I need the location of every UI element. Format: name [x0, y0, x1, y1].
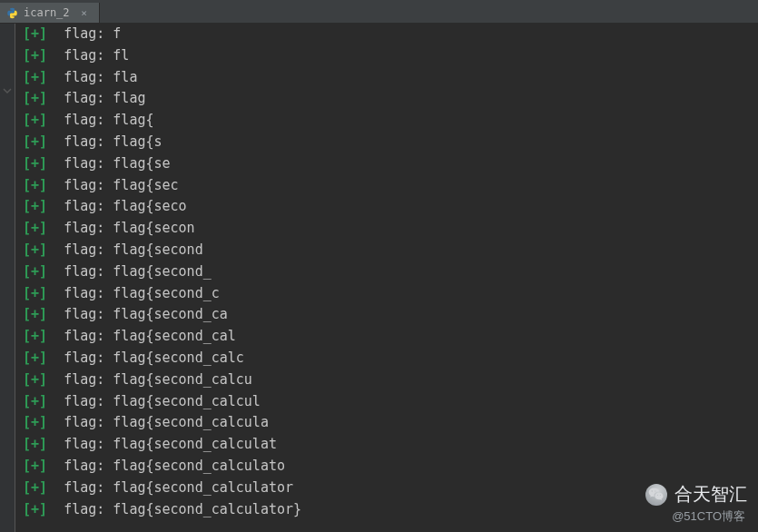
- output-line: [+] flag: flag{second_: [15, 261, 758, 283]
- line-prefix: [+]: [23, 198, 55, 214]
- line-value: flag{second_: [113, 263, 211, 280]
- python-file-icon: [5, 6, 18, 19]
- line-prefix: [+]: [23, 47, 55, 64]
- output-line: [+] flag: flag{second_calcula: [15, 412, 758, 434]
- output-line: [+] flag: flag{sec: [15, 175, 758, 197]
- line-value: flag{se: [113, 155, 170, 172]
- output-line: [+] flag: flag{second_calculat: [15, 434, 758, 456]
- line-value: flag{sec: [113, 177, 178, 193]
- console-output: [+] flag: f[+] flag: fl[+] flag: fla[+] …: [15, 24, 758, 532]
- output-line: [+] flag: flag{second_calc: [15, 348, 758, 369]
- editor-main: [+] flag: f[+] flag: fl[+] flag: fla[+] …: [0, 24, 758, 532]
- line-value: flag{: [113, 112, 153, 128]
- output-line: [+] flag: flag{second_c: [15, 283, 758, 305]
- output-line: [+] flag: flag{second_calculator}: [15, 499, 758, 521]
- line-value: flag{second_calc: [113, 350, 244, 366]
- line-prefix: [+]: [23, 112, 55, 128]
- output-line: [+] flag: fl: [15, 45, 758, 67]
- line-prefix: [+]: [23, 90, 55, 106]
- line-value: flag{s: [113, 133, 162, 150]
- line-value: flag{second_ca: [113, 306, 227, 322]
- line-prefix: [+]: [23, 458, 55, 474]
- line-label: flag:: [55, 47, 113, 64]
- line-prefix: [+]: [23, 133, 55, 150]
- line-label: flag:: [55, 220, 113, 236]
- line-prefix: [+]: [23, 436, 55, 452]
- line-value: flag{second_calculat: [113, 436, 277, 452]
- line-value: flag: [113, 90, 145, 106]
- line-label: flag:: [55, 458, 113, 474]
- line-label: flag:: [55, 306, 113, 322]
- output-line: [+] flag: flag{se: [15, 153, 758, 175]
- line-label: flag:: [55, 155, 113, 172]
- line-prefix: [+]: [23, 414, 55, 430]
- line-value: flag{second_calculato: [113, 458, 285, 474]
- line-value: fl: [113, 47, 129, 64]
- line-prefix: [+]: [23, 220, 55, 236]
- line-prefix: [+]: [23, 25, 55, 42]
- output-line: [+] flag: flag{seco: [15, 196, 758, 218]
- output-line: [+] flag: flag{second_calculator: [15, 478, 758, 499]
- line-label: flag:: [55, 263, 113, 280]
- line-label: flag:: [55, 393, 113, 409]
- line-prefix: [+]: [23, 263, 55, 280]
- line-prefix: [+]: [23, 501, 55, 517]
- line-prefix: [+]: [23, 177, 55, 193]
- line-prefix: [+]: [23, 155, 55, 172]
- line-prefix: [+]: [23, 350, 55, 366]
- line-label: flag:: [55, 177, 113, 193]
- line-label: flag:: [55, 241, 113, 258]
- output-line: [+] flag: flag{second_ca: [15, 304, 758, 326]
- output-line: [+] flag: fla: [15, 67, 758, 89]
- line-prefix: [+]: [23, 241, 55, 258]
- line-prefix: [+]: [23, 69, 55, 85]
- line-value: flag{second_calcu: [113, 371, 252, 388]
- line-label: flag:: [55, 328, 113, 344]
- line-value: flag{second_c: [113, 285, 219, 301]
- line-label: flag:: [55, 285, 113, 301]
- output-line: [+] flag: f: [15, 24, 758, 45]
- output-line: [+] flag: flag{s: [15, 132, 758, 153]
- line-prefix: [+]: [23, 393, 55, 409]
- line-label: flag:: [55, 501, 113, 517]
- line-prefix: [+]: [23, 371, 55, 388]
- output-line: [+] flag: flag{second_calcul: [15, 391, 758, 413]
- tab-strip: icarn_2 ×: [0, 3, 758, 23]
- line-value: flag{second_cal: [113, 328, 235, 344]
- line-value: fla: [113, 69, 137, 85]
- line-value: flag{second_calcula: [113, 414, 269, 430]
- line-label: flag:: [55, 479, 113, 496]
- close-icon[interactable]: ×: [79, 7, 90, 18]
- line-label: flag:: [55, 414, 113, 430]
- line-value: flag{second_calculator}: [113, 501, 301, 517]
- line-label: flag:: [55, 371, 113, 388]
- output-line: [+] flag: flag: [15, 88, 758, 110]
- line-value: flag{secon: [113, 220, 194, 236]
- line-value: f: [113, 25, 121, 42]
- line-prefix: [+]: [23, 328, 55, 344]
- output-line: [+] flag: flag{: [15, 110, 758, 132]
- file-tab[interactable]: icarn_2 ×: [0, 3, 100, 23]
- output-line: [+] flag: flag{second_calculato: [15, 456, 758, 478]
- gutter: [0, 24, 15, 532]
- line-label: flag:: [55, 112, 113, 128]
- line-value: flag{second: [113, 241, 202, 258]
- line-label: flag:: [55, 25, 113, 42]
- tab-filename: icarn_2: [24, 6, 70, 19]
- line-value: flag{second_calculator: [113, 479, 293, 496]
- output-line: [+] flag: flag{second_calcu: [15, 369, 758, 391]
- output-line: [+] flag: flag{second_cal: [15, 326, 758, 348]
- line-prefix: [+]: [23, 285, 55, 301]
- line-prefix: [+]: [23, 479, 55, 496]
- line-label: flag:: [55, 90, 113, 106]
- line-label: flag:: [55, 133, 113, 150]
- line-label: flag:: [55, 436, 113, 452]
- output-line: [+] flag: flag{secon: [15, 218, 758, 240]
- line-label: flag:: [55, 350, 113, 366]
- gutter-marker-icon: [2, 84, 13, 96]
- line-label: flag:: [55, 198, 113, 214]
- line-value: flag{second_calcul: [113, 393, 261, 409]
- line-value: flag{seco: [113, 198, 186, 214]
- output-line: [+] flag: flag{second: [15, 240, 758, 261]
- line-prefix: [+]: [23, 306, 55, 322]
